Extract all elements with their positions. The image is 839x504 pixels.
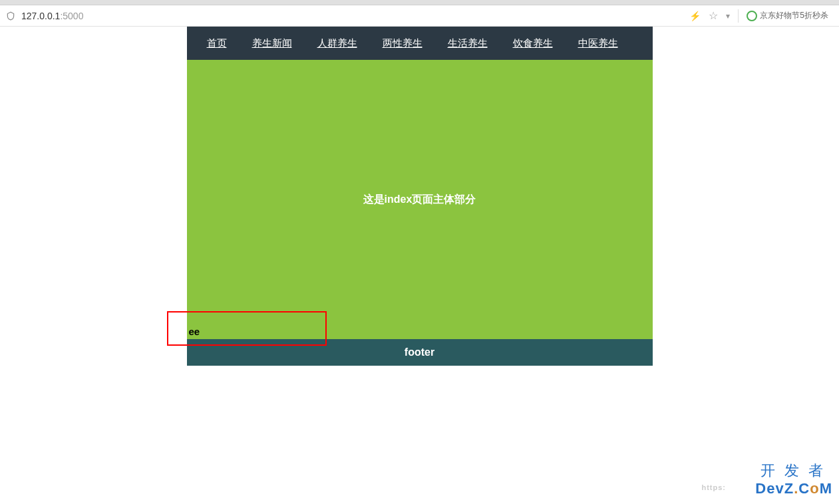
nav-item-people[interactable]: 人群养生 bbox=[317, 37, 357, 50]
dropdown-icon[interactable]: ▾ bbox=[726, 11, 730, 21]
ee-text: ee bbox=[189, 326, 200, 337]
nav-item-diet[interactable]: 饮食养生 bbox=[513, 37, 553, 50]
browser-top-strip bbox=[0, 0, 839, 5]
address-bar: 127.0.0.1:5000 ⚡ ☆ ▾ 京东好物节5折秒杀 bbox=[0, 5, 839, 27]
nav-item-news[interactable]: 养生新闻 bbox=[252, 37, 292, 50]
promo-text: 京东好物节5折秒杀 bbox=[760, 10, 828, 21]
footer-bar: footer bbox=[187, 339, 653, 366]
url-input[interactable]: 127.0.0.1:5000 bbox=[21, 11, 684, 21]
promo-section[interactable]: 京东好物节5折秒杀 bbox=[747, 10, 828, 21]
nav-item-tcm[interactable]: 中医养生 bbox=[578, 37, 618, 50]
nav-item-gender[interactable]: 两性养生 bbox=[383, 37, 422, 50]
url-port: :5000 bbox=[60, 11, 83, 21]
footer-text: footer bbox=[405, 346, 434, 358]
nav-bar: 首页 养生新闻 人群养生 两性养生 生活养生 饮食养生 中医养生 bbox=[187, 27, 653, 60]
url-host: 127.0.0.1 bbox=[21, 11, 60, 21]
nav-item-home[interactable]: 首页 bbox=[207, 37, 227, 50]
lightning-icon[interactable]: ⚡ bbox=[689, 11, 701, 21]
main-content: 这是index页面主体部分 ee bbox=[187, 60, 653, 339]
bookmark-star-icon[interactable]: ☆ bbox=[709, 9, 718, 22]
shield-icon bbox=[5, 11, 16, 21]
nav-item-life[interactable]: 生活养生 bbox=[448, 37, 488, 50]
browser-toolbar-right: ⚡ ☆ ▾ 京东好物节5折秒杀 bbox=[684, 9, 834, 23]
main-body-text: 这是index页面主体部分 bbox=[363, 193, 476, 207]
page-container: 首页 养生新闻 人群养生 两性养生 生活养生 饮食养生 中医养生 这是index… bbox=[187, 27, 653, 366]
promo-circle-icon bbox=[747, 11, 757, 21]
divider bbox=[738, 9, 739, 23]
